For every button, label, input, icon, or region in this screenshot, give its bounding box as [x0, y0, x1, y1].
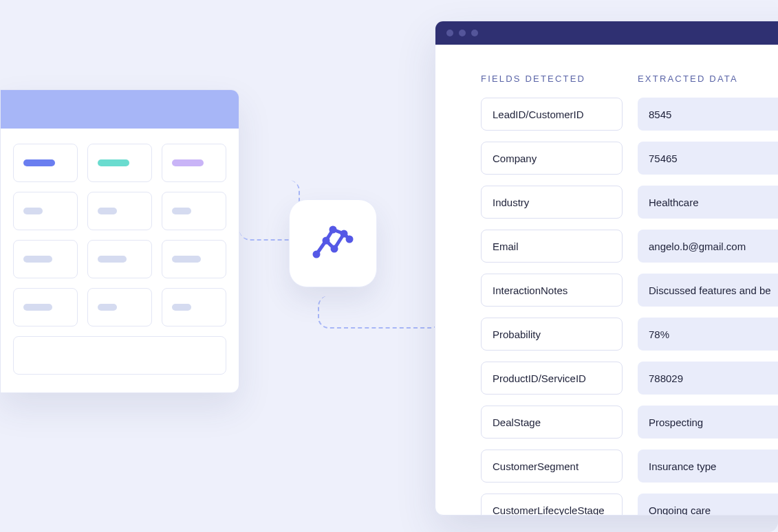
detected-field[interactable]: LeadID/CustomerID: [481, 98, 623, 131]
spreadsheet-grid: [13, 144, 226, 326]
spreadsheet-header-bar: [1, 90, 239, 129]
detected-field[interactable]: ProductID/ServiceID: [481, 362, 623, 395]
svg-point-0: [313, 251, 321, 258]
extracted-value: Prospecting: [638, 406, 778, 439]
placeholder-pill: [23, 256, 52, 263]
spreadsheet-cell: [87, 144, 152, 182]
spreadsheet-cell: [13, 192, 78, 230]
spreadsheet-cell: [162, 144, 226, 182]
detected-field[interactable]: CustomerLifecycleStage: [481, 494, 623, 516]
placeholder-pill: [98, 256, 127, 263]
spreadsheet-cell: [87, 288, 152, 326]
spreadsheet-cell: [13, 288, 78, 326]
detected-field[interactable]: Company: [481, 142, 623, 175]
placeholder-pill: [23, 159, 55, 166]
extraction-body: FIELDS DETECTED EXTRACTED DATA LeadID/Cu…: [435, 45, 778, 516]
extracted-value: 75465: [638, 142, 778, 175]
placeholder-pill: [172, 159, 204, 166]
extracted-value: Insurance type: [638, 450, 778, 483]
extracted-value: Discussed features and be: [638, 274, 778, 307]
detected-field[interactable]: Industry: [481, 186, 623, 219]
spreadsheet-cell: [162, 192, 226, 230]
extracted-value: 78%: [638, 318, 778, 351]
placeholder-pill: [172, 304, 191, 311]
extraction-window: FIELDS DETECTED EXTRACTED DATA LeadID/Cu…: [435, 21, 778, 516]
svg-point-4: [346, 236, 354, 243]
values-column-header: EXTRACTED DATA: [638, 74, 778, 87]
placeholder-pill: [172, 208, 191, 214]
svg-point-2: [331, 245, 338, 253]
extracted-value: 8545: [638, 98, 778, 131]
detected-field[interactable]: InteractionNotes: [481, 274, 623, 307]
placeholder-pill: [23, 304, 52, 311]
spreadsheet-cell: [87, 192, 152, 230]
fields-column-header: FIELDS DETECTED: [481, 74, 623, 87]
detected-field[interactable]: DealStage: [481, 406, 623, 439]
detected-field[interactable]: CustomerSegment: [481, 450, 623, 483]
spreadsheet-cell: [13, 144, 78, 182]
source-spreadsheet-card: [0, 89, 239, 393]
spreadsheet-cell: [162, 288, 226, 326]
extracted-value: Ongoing care: [638, 494, 778, 516]
network-icon: [311, 220, 355, 267]
placeholder-pill: [98, 159, 129, 166]
spreadsheet-cell: [13, 240, 78, 278]
window-control-close-icon[interactable]: [446, 30, 453, 36]
extracted-value: Healthcare: [638, 186, 778, 219]
placeholder-pill: [23, 208, 43, 214]
flow-connector: [318, 296, 442, 329]
placeholder-pill: [98, 208, 117, 214]
placeholder-pill: [172, 256, 201, 263]
spreadsheet-cell: [162, 240, 226, 278]
extracted-value: 788029: [638, 362, 778, 395]
spreadsheet-body: [1, 129, 239, 387]
window-control-zoom-icon[interactable]: [471, 30, 478, 36]
transform-node[interactable]: [289, 199, 377, 287]
extracted-value: angelo.b@gmail.com: [638, 230, 778, 263]
window-control-minimize-icon[interactable]: [459, 30, 466, 36]
detected-field[interactable]: Email: [481, 230, 623, 263]
placeholder-pill: [98, 304, 117, 311]
detected-field[interactable]: Probability: [481, 318, 623, 351]
window-titlebar: [435, 21, 778, 45]
spreadsheet-cell: [87, 240, 152, 278]
spreadsheet-empty-row: [13, 336, 226, 375]
